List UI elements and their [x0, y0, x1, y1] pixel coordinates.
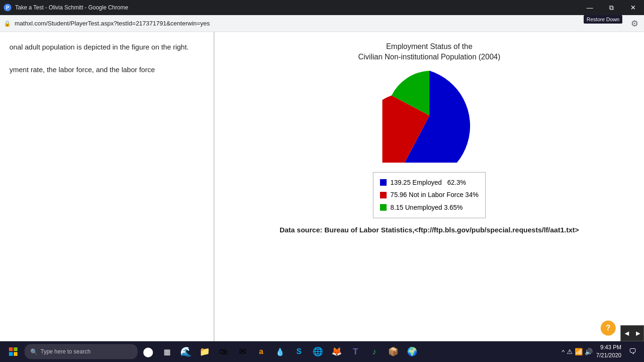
restore-down-tooltip: Restore Down: [584, 15, 622, 24]
spotify-icon[interactable]: ♪: [366, 343, 383, 360]
svg-rect-3: [14, 352, 17, 356]
pie-chart: [382, 68, 477, 163]
main-content: onal adult population is depicted in the…: [0, 32, 644, 341]
browser-icon: P: [4, 4, 11, 11]
task-view-button[interactable]: ▦: [158, 343, 175, 360]
title-bar: P Take a Test - Olivia Schmitt - Google …: [0, 0, 644, 15]
mail-icon[interactable]: ✉: [234, 343, 251, 360]
chart-legend: 139.25 Employed 62.3% 75.96 Not in Labor…: [373, 172, 486, 218]
start-button[interactable]: [4, 342, 23, 361]
teams-icon[interactable]: T: [347, 343, 364, 360]
svg-rect-0: [9, 347, 13, 351]
taskbar-right: ^ ⚠ 📶 🔊 9:43 PM 7/21/2020 🗨: [562, 344, 641, 360]
system-tray: ^ ⚠ 📶 🔊: [562, 348, 593, 355]
restore-button[interactable]: ⧉: [601, 0, 622, 15]
left-text-line2: yment rate, the labor force, and the lab…: [9, 64, 204, 75]
legend-text-employed: 139.25 Employed 62.3%: [390, 176, 466, 189]
settings-icon[interactable]: ⚙: [629, 16, 640, 31]
legend-text-unemployed: 8.15 Unemployed 3.65%: [390, 201, 462, 214]
notification-button[interactable]: 🗨: [625, 344, 640, 359]
close-button[interactable]: ✕: [622, 0, 644, 15]
legend-item-unemployed: 8.15 Unemployed 3.65%: [380, 201, 479, 214]
chart-title-line2: Civilian Non-institutional Population (2…: [358, 53, 501, 61]
chrome-icon[interactable]: 🌐: [309, 343, 326, 360]
legend-item-not-in-labor: 75.96 Not in Labor Force 34%: [380, 189, 479, 201]
left-text-line1: onal adult population is depicted in the…: [9, 41, 204, 53]
url-display[interactable]: mathxl.com/Student/PlayerTest.aspx?testI…: [15, 20, 210, 27]
legend-color-not-in-labor: [380, 192, 387, 198]
tray-network: 📶: [575, 348, 583, 355]
clock[interactable]: 9:43 PM 7/21/2020: [596, 344, 621, 360]
taskbar-search[interactable]: 🔍: [25, 344, 138, 359]
box-icon[interactable]: 📦: [385, 343, 402, 360]
time: 9:43 PM: [596, 344, 621, 352]
chart-title: Employment Status of the Civilian Non-in…: [358, 41, 501, 63]
scroll-right-button[interactable]: ▶: [632, 326, 644, 341]
taskbar-search-icon: 🔍: [30, 348, 38, 355]
tray-caret[interactable]: ^: [562, 348, 565, 355]
skype-icon[interactable]: S: [290, 343, 307, 360]
taskbar-search-input[interactable]: [41, 348, 132, 355]
lock-icon: 🔒: [4, 20, 11, 27]
data-source: Data source: Bureau of Labor Statistics,…: [280, 226, 579, 234]
dropbox-icon[interactable]: 💧: [272, 343, 289, 360]
left-panel: onal adult population is depicted in the…: [0, 32, 215, 341]
svg-rect-2: [9, 352, 13, 356]
edge-icon[interactable]: 🌊: [177, 343, 194, 360]
right-panel: Employment Status of the Civilian Non-in…: [215, 32, 644, 341]
address-bar: 🔒 mathxl.com/Student/PlayerTest.aspx?tes…: [0, 15, 644, 32]
taskbar: 🔍 ⬤ ▦ 🌊 📁 🛍 ✉ a 💧 S 🌐 🦊 T ♪ 📦 🌍 ^ ⚠ 📶 🔊: [0, 341, 644, 362]
amazon-icon[interactable]: a: [253, 343, 270, 360]
minimize-button[interactable]: —: [579, 0, 601, 15]
legend-color-unemployed: [380, 204, 387, 211]
title-bar-left: P Take a Test - Olivia Schmitt - Google …: [4, 4, 128, 11]
globe-icon[interactable]: 🌍: [404, 343, 421, 360]
legend-item-employed: 139.25 Employed 62.3%: [380, 176, 479, 189]
help-button[interactable]: ?: [601, 321, 616, 336]
tray-warning: ⚠: [567, 348, 573, 355]
window-title: Take a Test - Olivia Schmitt - Google Ch…: [15, 4, 128, 11]
legend-text-not-in-labor: 75.96 Not in Labor Force 34%: [390, 189, 479, 201]
legend-color-employed: [380, 179, 387, 186]
chart-title-line1: Employment Status of the: [386, 42, 472, 50]
file-explorer-icon[interactable]: 📁: [196, 343, 213, 360]
date: 7/21/2020: [596, 352, 621, 360]
scroll-left-button[interactable]: ◀: [621, 326, 632, 341]
store-icon[interactable]: 🛍: [215, 343, 232, 360]
svg-rect-1: [14, 347, 17, 351]
tray-volume: 🔊: [585, 348, 593, 355]
firefox-icon[interactable]: 🦊: [328, 343, 345, 360]
window-controls: — ⧉ ✕: [579, 0, 644, 15]
cortana-button[interactable]: ⬤: [140, 343, 157, 360]
